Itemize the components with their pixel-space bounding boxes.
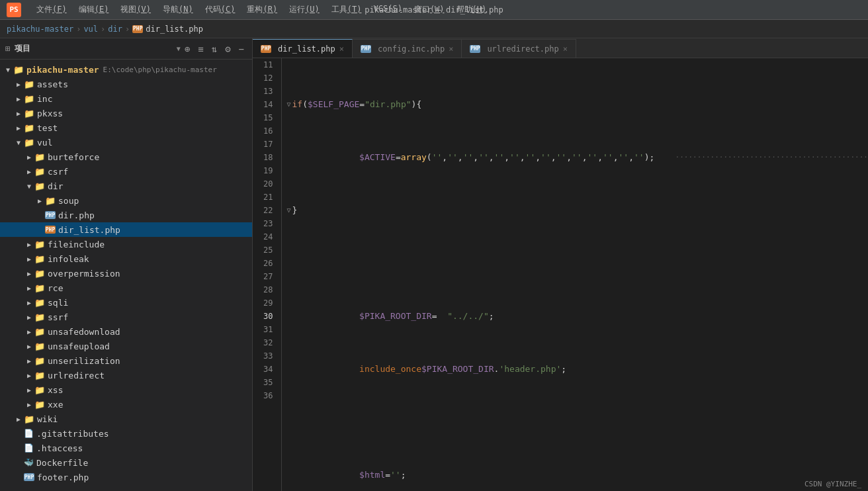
- ln-18: 18: [263, 151, 273, 164]
- window-title: pikachu-master – dir_list.php: [365, 5, 503, 15]
- tree-label-root: pikachu-master: [26, 65, 99, 75]
- tree-item-ssrf[interactable]: ▶ 📁 ssrf: [0, 310, 252, 324]
- tree-item-soup[interactable]: ▶ 📁 soup: [0, 193, 252, 208]
- sidebar-toolbar: ⊕ ≡ ⇅ ⚙ −: [182, 42, 247, 56]
- menu-tools[interactable]: 工具(T): [326, 3, 367, 17]
- tab-close-urlredirect[interactable]: ×: [563, 45, 568, 53]
- tree-item-gitattributes[interactable]: ▶ 📄 .gitattributes: [0, 426, 252, 441]
- tree-arrow-wiki: ▶: [13, 414, 24, 424]
- menu-view[interactable]: 视图(V): [115, 3, 156, 17]
- tree-item-fileinclude[interactable]: ▶ 📁 fileinclude: [0, 237, 252, 251]
- sidebar-icon-grid: ⊞: [5, 44, 11, 54]
- menu-edit[interactable]: 编辑(E): [73, 3, 114, 17]
- menu-navigate[interactable]: 导航(N): [157, 3, 198, 17]
- tree-arrow-csrf: ▶: [24, 166, 34, 177]
- fold-13[interactable]: ▽: [287, 204, 291, 217]
- sidebar-close-icon[interactable]: −: [236, 42, 247, 56]
- tree-item-pkxss[interactable]: ▶ 📁 pkxss: [0, 106, 252, 120]
- tree-item-assets[interactable]: ▶ 📁 assets: [0, 77, 252, 91]
- tree-item-burteforce[interactable]: ▶ 📁 burteforce: [0, 150, 252, 164]
- tree-arrow-pkxss: ▶: [13, 108, 24, 118]
- breadcrumb-root[interactable]: pikachu-master: [7, 24, 73, 34]
- tree-label-rce: rce: [48, 283, 63, 293]
- folder-icon-assets: 📁: [24, 79, 34, 89]
- tree-item-inc[interactable]: ▶ 📁 inc: [0, 91, 252, 106]
- folder-icon-rce: 📁: [34, 283, 45, 293]
- folder-icon-unsafeupload: 📁: [34, 341, 45, 351]
- sidebar-title: 项目: [15, 43, 177, 54]
- breadcrumb-dir[interactable]: dir: [108, 24, 122, 34]
- tab-label-urlredirect: urlredirect.php: [487, 44, 558, 54]
- folder-icon-pkxss: 📁: [24, 109, 34, 118]
- menu-code[interactable]: 代码(C): [200, 3, 241, 17]
- folder-icon-xss: 📁: [34, 385, 45, 395]
- tree-arrow-assets: ▶: [13, 79, 24, 89]
- tree-label-fileinclude: fileinclude: [48, 240, 105, 249]
- sidebar-collapse-icon[interactable]: ≡: [195, 42, 206, 56]
- code-line-16: include_once $PIKA_ROOT_DIR . 'header.ph…: [287, 363, 869, 376]
- folder-icon-csrf: 📁: [34, 167, 45, 177]
- tree-item-dockerfile[interactable]: ▶ 🐳 Dockerfile: [0, 455, 252, 470]
- tree-item-dir[interactable]: ▼ 📁 dir: [0, 179, 252, 193]
- sidebar-gear-icon[interactable]: ⚙: [222, 42, 233, 56]
- tree-item-vul[interactable]: ▼ 📁 vul: [0, 135, 252, 150]
- tree-arrow-overpermission: ▶: [24, 268, 34, 279]
- code-line-11: ▽if ($SELF_PAGE = "dir.php"){: [287, 98, 869, 111]
- sidebar-sort-icon[interactable]: ⇅: [209, 42, 220, 56]
- ln-13: 13: [263, 85, 273, 98]
- code-line-18: $html='';: [287, 469, 869, 482]
- tab-label-dir-list: dir_list.php: [278, 44, 335, 54]
- tree-item-xxe[interactable]: ▶ 📁 xxe: [0, 397, 252, 412]
- folder-icon-test: 📁: [24, 123, 34, 133]
- fold-11[interactable]: ▽: [287, 98, 291, 111]
- tab-icon-dir-list: PHP: [261, 45, 271, 53]
- ln-14: 14: [263, 98, 273, 111]
- tree-item-footer-php[interactable]: ▶ PHP footer.php: [0, 470, 252, 484]
- ln-30: 30: [263, 310, 273, 323]
- tree-item-wiki[interactable]: ▶ 📁 wiki: [0, 412, 252, 426]
- tree-arrow-unserilization: ▶: [24, 355, 34, 366]
- tree-label-dir: dir: [48, 181, 63, 191]
- ln-17: 17: [263, 138, 273, 151]
- tree-item-dir-list-php[interactable]: ▶ PHP dir_list.php: [0, 222, 252, 237]
- code-content[interactable]: ▽if ($SELF_PAGE = "dir.php"){ $ACTIVE = …: [282, 58, 869, 491]
- ln-25: 25: [263, 244, 273, 257]
- tab-close-config[interactable]: ×: [449, 45, 453, 53]
- tree-item-dir-php[interactable]: ▶ PHP dir.php: [0, 208, 252, 222]
- tree-item-test[interactable]: ▶ 📁 test: [0, 120, 252, 135]
- tab-config-inc[interactable]: PHP config.inc.php ×: [353, 39, 462, 58]
- tree-item-root[interactable]: ▼ 📁 pikachu-master E:\code\php\pikachu-m…: [0, 62, 252, 77]
- tree-item-sqli[interactable]: ▶ 📁 sqli: [0, 295, 252, 310]
- file-icon-docker: 🐳: [24, 458, 34, 467]
- menu-refactor[interactable]: 重构(R): [241, 3, 282, 17]
- tree-label-inc: inc: [37, 94, 52, 104]
- sidebar-header: ⊞ 项目 ▼ ⊕ ≡ ⇅ ⚙ −: [0, 38, 252, 60]
- tree-item-unserilization[interactable]: ▶ 📁 unserilization: [0, 353, 252, 368]
- tree-item-unsafedownload[interactable]: ▶ 📁 unsafedownload: [0, 324, 252, 339]
- code-area[interactable]: 11 12 13 14 15 16 17 18 19 20 21 22 23 2…: [253, 58, 868, 491]
- tab-close-dir-list[interactable]: ×: [339, 45, 344, 53]
- tree-item-rce[interactable]: ▶ 📁 rce: [0, 281, 252, 295]
- watermark: CSDN @YINZHE_: [804, 480, 861, 488]
- ln-29: 29: [263, 296, 273, 310]
- ln-32: 32: [263, 336, 273, 349]
- folder-icon-unserilization: 📁: [34, 356, 45, 366]
- tree-label-dir-list-php: dir_list.php: [58, 225, 120, 235]
- breadcrumb-vul[interactable]: vul: [83, 24, 98, 34]
- menu-run[interactable]: 运行(U): [284, 3, 325, 17]
- folder-icon-fileinclude: 📁: [34, 240, 45, 249]
- tree-item-overpermission[interactable]: ▶ 📁 overpermission: [0, 266, 252, 281]
- tab-urlredirect[interactable]: PHP urlredirect.php ×: [462, 39, 576, 58]
- tree-item-infoleak[interactable]: ▶ 📁 infoleak: [0, 251, 252, 266]
- tree-item-xss[interactable]: ▶ 📁 xss: [0, 382, 252, 397]
- code-line-15: $PIKA_ROOT_DIR = "../../";: [287, 310, 869, 323]
- tree-label-xss: xss: [48, 385, 63, 395]
- php-icon-dir-list: PHP: [45, 226, 56, 234]
- tab-dir-list-php[interactable]: PHP dir_list.php ×: [253, 39, 353, 58]
- tree-item-csrf[interactable]: ▶ 📁 csrf: [0, 164, 252, 179]
- tree-item-urlredirect[interactable]: ▶ 📁 urlredirect: [0, 368, 252, 382]
- tree-item-htaccess[interactable]: ▶ 📄 .htaccess: [0, 441, 252, 455]
- menu-file[interactable]: 文件(F): [31, 3, 72, 17]
- tree-item-unsafeupload[interactable]: ▶ 📁 unsafeupload: [0, 339, 252, 353]
- sidebar-locate-icon[interactable]: ⊕: [182, 42, 193, 56]
